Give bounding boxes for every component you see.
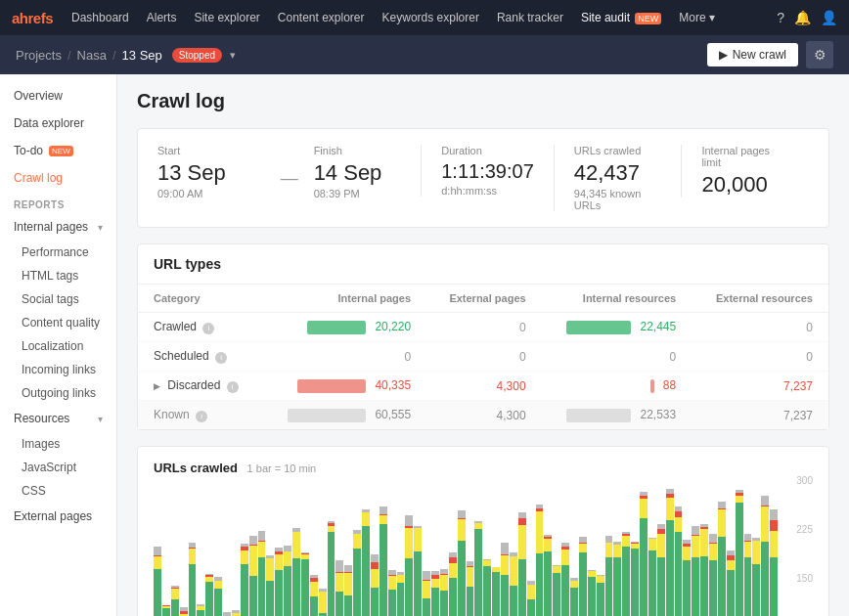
bar-group bbox=[666, 475, 674, 616]
settings-button[interactable]: ⚙ bbox=[806, 41, 833, 68]
nav-alerts[interactable]: Alerts bbox=[140, 11, 184, 24]
bar-group bbox=[266, 475, 274, 616]
bar-group bbox=[648, 475, 656, 616]
cell-known-category: Known i bbox=[138, 401, 262, 430]
bar-group bbox=[501, 475, 509, 616]
new-crawl-button[interactable]: ▶ New crawl bbox=[707, 43, 798, 66]
bell-icon[interactable]: 🔔 bbox=[794, 10, 811, 25]
cell-discarded-ext-resources: 7,237 bbox=[692, 372, 828, 401]
bar-group bbox=[258, 475, 266, 616]
sidebar: Overview Data explorer To-do NEW Crawl l… bbox=[0, 74, 117, 616]
main-content: Crawl log Start 13 Sep 09:00 AM — Finish… bbox=[117, 74, 849, 616]
breadcrumb-sep1: / bbox=[67, 48, 71, 63]
bar-group bbox=[744, 475, 752, 616]
sidebar-sub-outgoing-links[interactable]: Outgoing links bbox=[0, 381, 116, 405]
chart-title: URLs crawled bbox=[154, 461, 238, 475]
bar-group bbox=[431, 475, 439, 616]
breadcrumb-projects[interactable]: Projects bbox=[16, 48, 62, 63]
bar-group bbox=[310, 475, 318, 616]
nav-site-audit[interactable]: Site audit NEW bbox=[574, 11, 668, 24]
start-label: Start bbox=[157, 145, 246, 156]
start-sub: 09:00 AM bbox=[157, 188, 246, 199]
sidebar-sub-content-quality[interactable]: Content quality bbox=[0, 311, 116, 334]
nav-site-explorer[interactable]: Site explorer bbox=[187, 11, 266, 24]
sidebar-sub-incoming-links[interactable]: Incoming links bbox=[0, 358, 116, 381]
bar-group bbox=[232, 475, 240, 616]
status-badge: Stopped bbox=[172, 48, 222, 63]
cell-crawled-external: 0 bbox=[426, 313, 542, 342]
sidebar-item-overview[interactable]: Overview bbox=[0, 82, 116, 110]
nav-dashboard[interactable]: Dashboard bbox=[65, 11, 136, 24]
cell-discarded-int-resources[interactable]: 88 bbox=[542, 372, 693, 401]
bar-group bbox=[536, 475, 544, 616]
bar-group bbox=[553, 475, 560, 616]
discarded-info-icon[interactable]: i bbox=[227, 381, 239, 393]
cell-crawled-internal[interactable]: 20,220 bbox=[262, 313, 427, 342]
bar-group bbox=[223, 475, 231, 616]
nav-content-explorer[interactable]: Content explorer bbox=[271, 11, 372, 24]
cell-discarded-category: ▶ Discarded i bbox=[138, 372, 262, 401]
col-external-resources: External resources bbox=[692, 285, 828, 313]
crawled-info-icon[interactable]: i bbox=[202, 323, 214, 334]
top-navigation: ahrefs Dashboard Alerts Site explorer Co… bbox=[0, 0, 849, 35]
sidebar-item-data-explorer[interactable]: Data explorer bbox=[0, 110, 116, 137]
limit-label: Internal pages limit bbox=[701, 145, 789, 168]
bar-group bbox=[570, 475, 578, 616]
urls-value: 42,437 bbox=[574, 160, 662, 186]
known-info-icon[interactable]: i bbox=[196, 411, 207, 422]
bar-group bbox=[579, 475, 587, 616]
breadcrumb-sep[interactable]: 13 Sep bbox=[122, 48, 162, 63]
nav-more[interactable]: More ▾ bbox=[672, 11, 722, 24]
stat-urls: URLs crawled 42,437 94,345 known URLs bbox=[554, 145, 682, 211]
sidebar-item-crawl-log[interactable]: Crawl log bbox=[0, 164, 116, 192]
bar-group bbox=[752, 475, 760, 616]
sidebar-sub-images[interactable]: Images bbox=[0, 432, 116, 456]
bar-group bbox=[770, 475, 778, 616]
bar-group bbox=[440, 475, 448, 616]
table-row: ▶ Discarded i 40,335 4,300 88 bbox=[138, 372, 828, 401]
sidebar-item-external-pages[interactable]: External pages bbox=[0, 503, 116, 530]
sidebar-sub-localization[interactable]: Localization bbox=[0, 334, 116, 358]
sidebar-sub-javascript[interactable]: JavaScript bbox=[0, 456, 116, 479]
table-row: Scheduled i 0 0 0 0 bbox=[138, 342, 828, 372]
bar-group bbox=[588, 475, 596, 616]
breadcrumb-nasa[interactable]: Nasa bbox=[77, 48, 107, 63]
bar-group bbox=[241, 475, 248, 616]
cell-crawled-int-resources[interactable]: 22,445 bbox=[542, 313, 693, 342]
bar-group bbox=[605, 475, 613, 616]
nav-keywords-explorer[interactable]: Keywords explorer bbox=[376, 11, 486, 24]
breadcrumb-sep2: / bbox=[112, 48, 116, 63]
sidebar-sub-css[interactable]: CSS bbox=[0, 479, 116, 503]
bar-group bbox=[561, 475, 569, 616]
bar-group bbox=[700, 475, 708, 616]
bar-group bbox=[397, 475, 405, 616]
url-types-table: Category Internal pages External pages I… bbox=[138, 285, 828, 429]
stats-row: Start 13 Sep 09:00 AM — Finish 14 Sep 08… bbox=[137, 128, 829, 228]
cell-discarded-internal[interactable]: 40,335 bbox=[262, 372, 427, 401]
sidebar-item-todo[interactable]: To-do NEW bbox=[0, 137, 116, 164]
nav-rank-tracker[interactable]: Rank tracker bbox=[490, 11, 570, 24]
help-icon[interactable]: ? bbox=[777, 10, 784, 25]
user-icon[interactable]: 👤 bbox=[821, 10, 837, 25]
sidebar-sub-social-tags[interactable]: Social tags bbox=[0, 287, 116, 311]
bar-group bbox=[518, 475, 526, 616]
bar-group bbox=[761, 475, 769, 616]
stat-finish: Finish 14 Sep 08:39 PM bbox=[314, 145, 422, 199]
discard-expand-arrow[interactable]: ▶ bbox=[154, 381, 160, 391]
breadcrumb-dropdown-arrow[interactable]: ▾ bbox=[230, 49, 236, 62]
table-row: Crawled i 20,220 0 22,445 bbox=[138, 313, 828, 342]
bar-group bbox=[692, 475, 699, 616]
sidebar-sub-performance[interactable]: Performance bbox=[0, 241, 116, 264]
cell-scheduled-int-resources: 0 bbox=[542, 342, 693, 372]
scheduled-info-icon[interactable]: i bbox=[215, 352, 227, 364]
bar-group bbox=[189, 475, 197, 616]
sidebar-item-internal-pages[interactable]: Internal pages ▾ bbox=[0, 213, 116, 241]
sidebar-item-resources[interactable]: Resources ▾ bbox=[0, 405, 116, 432]
internal-pages-arrow: ▾ bbox=[98, 222, 103, 233]
bar-group bbox=[380, 475, 387, 616]
logo[interactable]: ahrefs bbox=[12, 10, 53, 26]
finish-label: Finish bbox=[314, 145, 402, 156]
stat-duration: Duration 1:11:39:07 d:hh:mm:ss bbox=[421, 145, 554, 197]
bar-group bbox=[683, 475, 691, 616]
sidebar-sub-html-tags[interactable]: HTML tags bbox=[0, 264, 116, 287]
